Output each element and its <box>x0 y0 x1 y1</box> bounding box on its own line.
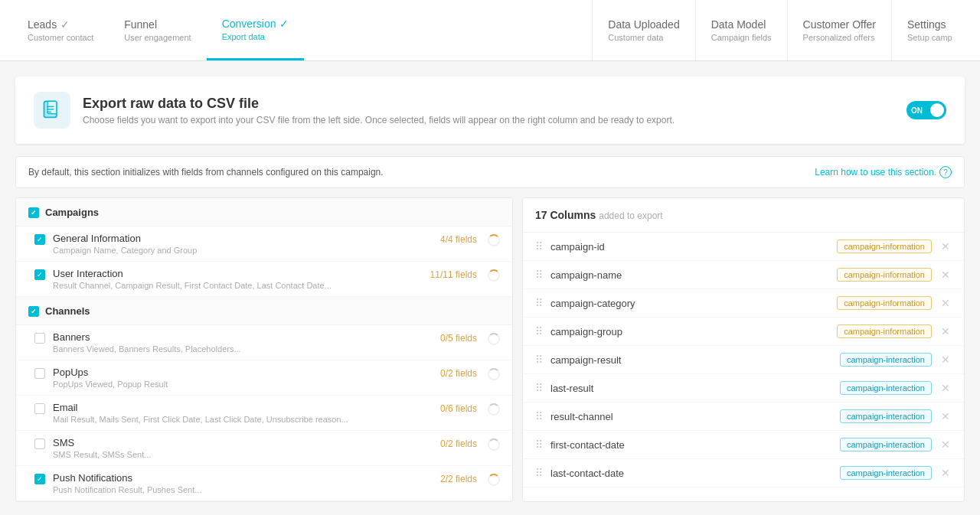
conversion-title: Conversion <box>222 18 276 30</box>
field-item-push-notifications[interactable]: Push Notifications Push Notification Res… <box>16 466 512 501</box>
general-information-content: General Information Campaign Name, Categ… <box>53 233 433 255</box>
conversion-check-icon: ✓ <box>279 18 289 30</box>
funnel-title: Funnel <box>124 18 157 31</box>
channels-section-header[interactable]: Channels <box>16 297 512 325</box>
tag-campaign-id: campaign-information <box>837 240 932 253</box>
right-column-header: 17 Columns added to export <box>523 198 964 233</box>
column-row-campaign-group: ⠿ campaign-group campaign-information ✕ <box>523 318 964 346</box>
field-item-user-interaction[interactable]: User Interaction Result Channel, Campaig… <box>16 262 512 297</box>
field-item-popups[interactable]: PopUps PopUps Viewed, Popup Result 0/2 f… <box>16 360 512 396</box>
push-notifications-spinner <box>488 474 500 486</box>
column-name-campaign-group: campaign-group <box>550 326 829 337</box>
user-interaction-checkbox[interactable] <box>34 269 45 280</box>
campaigns-checkbox[interactable] <box>28 207 39 218</box>
popups-sub: PopUps Viewed, Popup Result <box>53 380 433 389</box>
field-item-sms[interactable]: SMS SMS Result, SMSs Sent... 0/2 fields <box>16 431 512 466</box>
remove-first-contact-date[interactable]: ✕ <box>939 438 952 451</box>
tag-last-result: campaign-interaction <box>840 381 932 395</box>
field-item-general-information[interactable]: General Information Campaign Name, Categ… <box>16 227 512 262</box>
drag-handle-campaign-name[interactable]: ⠿ <box>535 269 543 281</box>
drag-handle-last-result[interactable]: ⠿ <box>535 382 543 394</box>
user-interaction-sub: Result Channel, Campaign Result, First C… <box>53 281 423 290</box>
popups-checkbox[interactable] <box>34 368 45 379</box>
field-item-email[interactable]: Email Mail Result, Mails Sent, First Cli… <box>16 396 512 431</box>
remove-campaign-group[interactable]: ✕ <box>939 325 952 337</box>
export-text: Export raw data to CSV file Choose field… <box>83 96 675 125</box>
banners-title: Banners <box>53 331 433 343</box>
campaigns-section-header[interactable]: Campaigns <box>16 198 512 227</box>
email-right: 0/6 fields <box>440 402 500 416</box>
remove-campaign-category[interactable]: ✕ <box>939 297 952 309</box>
user-interaction-spinner <box>488 269 500 282</box>
email-checkbox[interactable] <box>34 403 45 414</box>
customer-offer-sub: Personalized offers <box>803 33 875 42</box>
popups-content: PopUps PopUps Viewed, Popup Result <box>53 367 433 389</box>
drag-handle-campaign-result[interactable]: ⠿ <box>535 354 543 366</box>
push-notifications-content: Push Notifications Push Notification Res… <box>53 472 433 494</box>
popups-spinner <box>488 368 500 380</box>
column-row-campaign-result: ⠿ campaign-result campaign-interaction ✕ <box>523 346 964 374</box>
columns-container: Campaigns General Information Campaign N… <box>15 197 965 502</box>
nav-tab-conversion[interactable]: Conversion ✓ Export data <box>207 0 305 60</box>
field-item-banners[interactable]: Banners Banners Viewed, Banners Results,… <box>16 325 512 360</box>
general-information-checkbox[interactable] <box>34 234 45 245</box>
nav-tab-leads[interactable]: Leads ✓ Customer contact <box>12 0 109 60</box>
data-uploaded-title: Data Uploaded <box>608 18 679 31</box>
column-row-campaign-id: ⠿ campaign-id campaign-information ✕ <box>523 233 964 261</box>
drag-handle-campaign-group[interactable]: ⠿ <box>535 325 543 337</box>
sms-count: 0/2 fields <box>440 438 477 449</box>
user-interaction-title: User Interaction <box>53 268 423 279</box>
funnel-sub: User engagement <box>124 33 191 42</box>
tag-campaign-result: campaign-interaction <box>840 353 932 367</box>
remove-campaign-id[interactable]: ✕ <box>939 240 952 253</box>
remove-last-result[interactable]: ✕ <box>939 382 952 394</box>
left-column: Campaigns General Information Campaign N… <box>15 197 513 502</box>
popups-title: PopUps <box>53 367 433 378</box>
drag-handle-campaign-id[interactable]: ⠿ <box>535 240 543 253</box>
drag-handle-campaign-category[interactable]: ⠿ <box>535 297 543 309</box>
popups-right: 0/2 fields <box>440 367 500 380</box>
general-information-title: General Information <box>53 233 433 244</box>
nav-tab-funnel[interactable]: Funnel User engagement <box>109 0 206 60</box>
email-title: Email <box>53 402 433 413</box>
remove-last-contact-date[interactable]: ✕ <box>939 467 952 479</box>
push-notifications-checkbox[interactable] <box>34 474 45 484</box>
nav-tab-data-uploaded[interactable]: Data Uploaded Customer data <box>592 0 694 60</box>
customer-offer-title: Customer Offer <box>803 18 876 31</box>
sms-checkbox[interactable] <box>34 438 45 449</box>
remove-campaign-result[interactable]: ✕ <box>939 354 952 366</box>
column-name-campaign-result: campaign-result <box>550 354 832 366</box>
column-row-last-contact-date: ⠿ last-contact-date campaign-interaction… <box>523 459 964 487</box>
email-spinner <box>488 403 500 416</box>
learn-how-link[interactable]: Learn how to use this section. ? <box>815 166 952 178</box>
nav-tab-data-model[interactable]: Data Model Campaign fields <box>695 0 787 60</box>
conversion-sub: Export data <box>222 32 265 41</box>
data-uploaded-sub: Customer data <box>608 33 663 42</box>
general-information-count: 4/4 fields <box>440 234 477 245</box>
drag-handle-first-contact-date[interactable]: ⠿ <box>535 438 543 451</box>
columns-label: added to export <box>599 210 662 221</box>
general-information-right: 4/4 fields <box>440 233 500 246</box>
tag-campaign-group: campaign-information <box>837 324 932 338</box>
drag-handle-last-contact-date[interactable]: ⠿ <box>535 467 543 479</box>
drag-handle-result-channel[interactable]: ⠿ <box>535 410 543 422</box>
export-toggle[interactable]: ON <box>906 101 946 119</box>
channels-checkbox[interactable] <box>28 306 39 317</box>
nav-tab-customer-offer[interactable]: Customer Offer Personalized offers <box>787 0 891 60</box>
sms-content: SMS SMS Result, SMSs Sent... <box>53 437 433 459</box>
sms-title: SMS <box>53 437 433 448</box>
column-name-result-channel: result-channel <box>550 411 832 422</box>
campaigns-label: Campaigns <box>45 207 99 218</box>
banners-sub: Banners Viewed, Banners Results, Placeho… <box>53 344 433 354</box>
general-information-sub: Campaign Name, Category and Group <box>53 246 433 255</box>
settings-sub: Setup camp <box>907 33 952 42</box>
nav-tab-settings[interactable]: Settings Setup camp <box>891 0 968 60</box>
popups-count: 0/2 fields <box>440 368 477 379</box>
remove-campaign-name[interactable]: ✕ <box>939 269 952 281</box>
sms-sub: SMS Result, SMSs Sent... <box>53 450 433 459</box>
banners-checkbox[interactable] <box>34 333 45 344</box>
column-name-campaign-name: campaign-name <box>550 269 829 281</box>
push-notifications-right: 2/2 fields <box>440 472 500 486</box>
remove-result-channel[interactable]: ✕ <box>939 410 952 422</box>
data-model-sub: Campaign fields <box>711 33 772 42</box>
